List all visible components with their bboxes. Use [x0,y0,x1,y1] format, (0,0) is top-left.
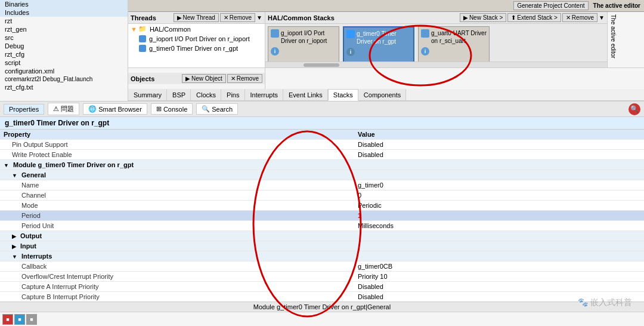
sidebar-item-binaries[interactable]: Binaries [0,0,128,8]
pin-output-value[interactable]: Disabled [354,140,644,150]
objects-toolbar: ▶ New Object ✕ Remove [182,74,262,83]
hal-remove-icon: ✕ [566,14,571,21]
tab-bsp[interactable]: BSP [167,89,191,100]
sidebar-item-launch[interactable]: coremarkrzt2l Debug_Flat.launch [0,75,128,83]
stack-card-ioport[interactable]: g_ioport I/O Port Driver on r_ioport i [268,26,339,61]
general-collapse-icon[interactable]: ▼ [12,173,17,179]
overflow-label: Overflow/Crest Interrupt Priority [0,272,354,282]
objects-remove-btn[interactable]: ✕ Remove [227,74,262,83]
chip-icon [139,35,146,42]
prop-tab-console[interactable]: ⊞ Console [151,103,193,115]
sidebar-item-config-xml[interactable]: configuration.xml [0,67,128,75]
sidebar-item-includes[interactable]: Includes [0,8,128,17]
chip-icon2 [139,45,146,52]
console-icon: ⊞ [156,105,162,113]
channel-value[interactable]: 0 [354,190,644,201]
folder-expand-icon: ▼ [131,26,137,33]
tab-components[interactable]: Components [358,89,406,100]
cap-a-label: Capture A Interrupt Priority [0,282,354,292]
right-panel: The active editor [607,12,644,67]
input-collapse-icon[interactable]: ▶ [12,244,16,250]
period-unit-value[interactable]: Milliseconds [354,221,644,231]
name-value[interactable]: g_timer0 [354,180,644,190]
prop-tab-search[interactable]: 🔍 Search [196,103,238,115]
objects-label: Objects [131,75,154,82]
sidebar-item-rzt-cfg-txt[interactable]: rzt_cfg.txt [0,83,128,91]
tool-btn-1[interactable]: ■ [2,314,13,325]
active-editor-text: The active editor [610,14,617,59]
cap-a-value[interactable]: Disabled [354,282,644,292]
sidebar-item-rzt-cfg[interactable]: rzt_cfg [0,50,128,59]
overflow-value[interactable]: Priority 10 [354,272,644,282]
ioport-info-icon[interactable]: i [271,47,279,56]
hal-toolbar: ▶ New Stack > ⬆ Extend Stack > ✕ Remove [460,13,605,22]
new-object-btn[interactable]: ▶ New Object [182,74,226,83]
threads-remove-btn[interactable]: ✕ Remove [220,13,255,22]
new-stack-icon: ▶ [463,14,468,21]
timer0-info-icon[interactable]: i [346,48,355,56]
obj-remove-icon: ✕ [231,75,236,82]
hal-label: HAL/Common Stacks [268,14,335,21]
threads-panel-header: Threads ▶ New Thread ✕ Remove ▼ [128,12,265,24]
callback-value[interactable]: g_timer0CB [354,262,644,272]
prop-search-btn[interactable]: 🔍 [628,103,640,115]
prop-tab-smart-browser[interactable]: 🌐 Smart Browser [83,103,147,115]
interrupts-section-label: ▼ Interrupts [0,251,644,262]
tab-interrupts[interactable]: Interrupts [245,89,283,100]
threads-collapse-btn[interactable]: ▼ [256,14,262,21]
new-thread-btn[interactable]: ▶ New Thread [174,13,219,22]
prop-header-bar: Properties ⚠ 問題 🌐 Smart Browser ⊞ Consol… [0,102,644,117]
tab-summary[interactable]: Summary [128,89,167,100]
tab-event-links[interactable]: Event Links [283,89,328,100]
hal-collapse-btn[interactable]: ▼ [599,14,605,21]
sidebar-item-debug[interactable]: Debug [0,42,128,50]
threads-content: ▼ 📁 HAL/Common g_ioport I/O Port Driver … [128,24,265,67]
tab-clocks[interactable]: Clocks [191,89,221,100]
period-value[interactable]: 1 [354,211,644,221]
prop-tab-issues[interactable]: ⚠ 問題 [48,103,79,115]
tab-pins[interactable]: Pins [221,89,244,100]
tree-item-timer0[interactable]: g_timer0 Timer Driver on r_gpt [128,44,265,53]
main-container: Binaries Includes rzt rzt_gen src Debug … [0,0,644,326]
sidebar: Binaries Includes rzt rzt_gen src Debug … [0,0,128,101]
mode-value[interactable]: Periodic [354,201,644,211]
hal-scrollbar-thumb[interactable] [304,63,339,67]
watermark: 🐾 嵌入式科普 [578,297,632,308]
sidebar-item-rzt-gen[interactable]: rzt_gen [0,25,128,33]
module-section: ▼ Module g_timer0 Timer Driver on r_gpt [0,160,644,170]
tree-item-ioport[interactable]: g_ioport I/O Port Driver on r_ioport [128,34,265,44]
uart0-info-icon[interactable]: i [421,47,429,56]
browser-icon: 🌐 [88,105,97,113]
tool-btn-3[interactable]: ■ [26,314,37,325]
tool-btn-2[interactable]: ■ [14,314,25,325]
interrupts-collapse-icon[interactable]: ▼ [12,254,17,260]
module-collapse-icon[interactable]: ▼ [4,162,9,168]
hal-header: HAL/Common Stacks ▶ New Stack > ⬆ Extend… [265,12,607,24]
stack-card-uart0[interactable]: g_uart0 UART Driver on r_sci_uart i [418,26,490,61]
stack-card-timer0[interactable]: g_timer0 Timer Driver on r_gpt i [343,26,414,61]
write-protect-value[interactable]: Disabled [354,150,644,160]
panels-row: Threads ▶ New Thread ✕ Remove ▼ [128,12,644,67]
period-row: Period 1 [0,211,644,221]
output-collapse-icon[interactable]: ▶ [12,233,16,239]
sidebar-item-script[interactable]: script [0,59,128,67]
sidebar-item-rzt[interactable]: rzt [0,17,128,25]
remove-icon: ✕ [224,14,228,21]
generate-project-btn[interactable]: Generate Project Content [513,1,588,10]
tree-item-hal-common[interactable]: ▼ 📁 HAL/Common [128,24,265,34]
channel-label: Channel [0,190,354,201]
hal-remove-btn[interactable]: ✕ Remove [562,13,597,22]
prop-tab-properties[interactable]: Properties [4,104,44,115]
active-editor-label: The active editor [593,2,640,9]
status-text: Module g_timer0 Timer Driver on r_gpt|Ge… [253,303,391,310]
sidebar-item-src[interactable]: src [0,33,128,42]
table-row: Overflow/Crest Interrupt Priority Priori… [0,272,644,282]
table-row: Pin Output Support Disabled [0,140,644,150]
table-row: Capture A Interrupt Priority Disabled [0,282,644,292]
output-section-label: ▶ Output [0,231,644,241]
search-icon: 🔍 [630,105,639,113]
extend-stack-btn[interactable]: ⬆ Extend Stack > [507,13,561,22]
tab-stacks[interactable]: Stacks [328,89,358,101]
general-section-label: ▼ General [0,170,644,180]
new-stack-btn[interactable]: ▶ New Stack > [460,13,506,22]
